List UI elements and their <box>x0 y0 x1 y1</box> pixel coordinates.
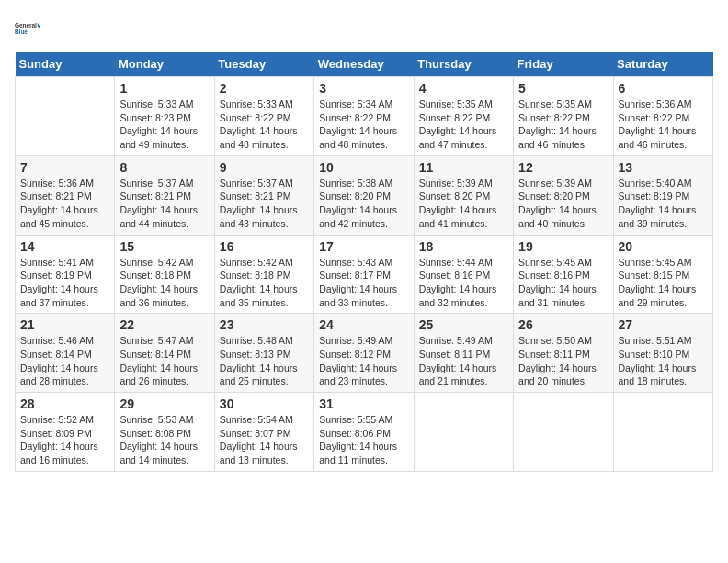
cell-info: Sunrise: 5:37 AM Sunset: 8:21 PM Dayligh… <box>220 177 309 231</box>
calendar-cell: 18Sunrise: 5:44 AM Sunset: 8:16 PM Dayli… <box>414 235 513 314</box>
cell-info: Sunrise: 5:40 AM Sunset: 8:19 PM Dayligh… <box>619 177 708 231</box>
day-number: 7 <box>20 160 109 175</box>
cell-info: Sunrise: 5:50 AM Sunset: 8:11 PM Dayligh… <box>518 334 608 388</box>
cell-info: Sunrise: 5:53 AM Sunset: 8:08 PM Dayligh… <box>119 413 209 467</box>
cell-info: Sunrise: 5:38 AM Sunset: 8:20 PM Dayligh… <box>319 177 408 231</box>
cell-info: Sunrise: 5:39 AM Sunset: 8:20 PM Dayligh… <box>518 177 608 231</box>
calendar-cell: 21Sunrise: 5:46 AM Sunset: 8:14 PM Dayli… <box>16 314 115 393</box>
day-number: 10 <box>319 160 408 175</box>
calendar-cell <box>414 393 513 472</box>
day-number: 4 <box>419 81 508 96</box>
day-number: 13 <box>619 160 708 175</box>
cell-info: Sunrise: 5:41 AM Sunset: 8:19 PM Dayligh… <box>20 256 109 310</box>
calendar-cell: 19Sunrise: 5:45 AM Sunset: 8:16 PM Dayli… <box>514 235 613 314</box>
cell-info: Sunrise: 5:52 AM Sunset: 8:09 PM Dayligh… <box>20 413 109 467</box>
day-number: 27 <box>619 317 708 332</box>
weekday-header: Monday <box>115 52 214 77</box>
calendar-cell <box>613 393 712 472</box>
weekday-header: Wednesday <box>314 52 414 77</box>
day-number: 30 <box>220 396 309 411</box>
svg-text:General: General <box>15 22 37 29</box>
cell-info: Sunrise: 5:34 AM Sunset: 8:22 PM Dayligh… <box>319 98 408 152</box>
calendar-cell: 24Sunrise: 5:49 AM Sunset: 8:12 PM Dayli… <box>314 314 414 393</box>
cell-info: Sunrise: 5:35 AM Sunset: 8:22 PM Dayligh… <box>518 98 608 152</box>
day-number: 28 <box>20 396 109 411</box>
calendar-cell: 10Sunrise: 5:38 AM Sunset: 8:20 PM Dayli… <box>314 155 414 235</box>
calendar-cell: 6Sunrise: 5:36 AM Sunset: 8:22 PM Daylig… <box>613 77 712 156</box>
calendar-cell: 20Sunrise: 5:45 AM Sunset: 8:15 PM Dayli… <box>613 235 712 314</box>
cell-info: Sunrise: 5:33 AM Sunset: 8:22 PM Dayligh… <box>220 98 309 152</box>
cell-info: Sunrise: 5:55 AM Sunset: 8:06 PM Dayligh… <box>319 413 408 467</box>
day-number: 2 <box>220 81 309 96</box>
cell-info: Sunrise: 5:36 AM Sunset: 8:22 PM Dayligh… <box>619 98 708 152</box>
day-number: 16 <box>220 239 309 254</box>
cell-info: Sunrise: 5:49 AM Sunset: 8:11 PM Dayligh… <box>419 334 508 388</box>
calendar-cell: 27Sunrise: 5:51 AM Sunset: 8:10 PM Dayli… <box>613 314 712 393</box>
weekday-header: Saturday <box>613 52 712 77</box>
cell-info: Sunrise: 5:43 AM Sunset: 8:17 PM Dayligh… <box>319 256 408 310</box>
weekday-header: Sunday <box>16 52 115 77</box>
calendar-cell: 26Sunrise: 5:50 AM Sunset: 8:11 PM Dayli… <box>514 314 613 393</box>
calendar-cell <box>514 393 613 472</box>
svg-marker-2 <box>38 23 41 29</box>
day-number: 24 <box>319 317 408 332</box>
day-number: 1 <box>119 81 209 96</box>
cell-info: Sunrise: 5:48 AM Sunset: 8:13 PM Dayligh… <box>220 334 309 388</box>
day-number: 19 <box>518 239 608 254</box>
day-number: 6 <box>619 81 708 96</box>
logo: GeneralBlue <box>15 15 44 44</box>
cell-info: Sunrise: 5:54 AM Sunset: 8:07 PM Dayligh… <box>220 413 309 467</box>
calendar-cell: 25Sunrise: 5:49 AM Sunset: 8:11 PM Dayli… <box>414 314 513 393</box>
day-number: 12 <box>518 160 608 175</box>
day-number: 9 <box>220 160 309 175</box>
cell-info: Sunrise: 5:45 AM Sunset: 8:15 PM Dayligh… <box>619 256 708 310</box>
day-number: 8 <box>119 160 209 175</box>
calendar-cell: 28Sunrise: 5:52 AM Sunset: 8:09 PM Dayli… <box>16 393 115 472</box>
calendar-cell: 4Sunrise: 5:35 AM Sunset: 8:22 PM Daylig… <box>414 77 513 156</box>
weekday-header: Friday <box>514 52 613 77</box>
cell-info: Sunrise: 5:44 AM Sunset: 8:16 PM Dayligh… <box>419 256 508 310</box>
calendar-week-row: 28Sunrise: 5:52 AM Sunset: 8:09 PM Dayli… <box>16 393 713 472</box>
day-number: 23 <box>220 317 309 332</box>
calendar-body: 1Sunrise: 5:33 AM Sunset: 8:23 PM Daylig… <box>16 77 713 472</box>
cell-info: Sunrise: 5:35 AM Sunset: 8:22 PM Dayligh… <box>419 98 508 152</box>
cell-info: Sunrise: 5:46 AM Sunset: 8:14 PM Dayligh… <box>20 334 109 388</box>
day-number: 3 <box>319 81 408 96</box>
day-number: 29 <box>119 396 209 411</box>
cell-info: Sunrise: 5:49 AM Sunset: 8:12 PM Dayligh… <box>319 334 408 388</box>
logo-icon: GeneralBlue <box>15 15 44 44</box>
day-number: 21 <box>20 317 109 332</box>
calendar-cell: 30Sunrise: 5:54 AM Sunset: 8:07 PM Dayli… <box>214 393 313 472</box>
calendar-cell: 17Sunrise: 5:43 AM Sunset: 8:17 PM Dayli… <box>314 235 414 314</box>
cell-info: Sunrise: 5:47 AM Sunset: 8:14 PM Dayligh… <box>119 334 209 388</box>
calendar-cell: 11Sunrise: 5:39 AM Sunset: 8:20 PM Dayli… <box>414 155 513 235</box>
day-number: 18 <box>419 239 508 254</box>
day-number: 17 <box>319 239 408 254</box>
calendar-cell: 29Sunrise: 5:53 AM Sunset: 8:08 PM Dayli… <box>115 393 214 472</box>
weekday-header: Tuesday <box>214 52 313 77</box>
calendar-cell: 14Sunrise: 5:41 AM Sunset: 8:19 PM Dayli… <box>16 235 115 314</box>
cell-info: Sunrise: 5:33 AM Sunset: 8:23 PM Dayligh… <box>119 98 209 152</box>
cell-info: Sunrise: 5:42 AM Sunset: 8:18 PM Dayligh… <box>220 256 309 310</box>
calendar-cell: 9Sunrise: 5:37 AM Sunset: 8:21 PM Daylig… <box>214 155 313 235</box>
calendar-cell: 12Sunrise: 5:39 AM Sunset: 8:20 PM Dayli… <box>514 155 613 235</box>
day-number: 15 <box>119 239 209 254</box>
cell-info: Sunrise: 5:51 AM Sunset: 8:10 PM Dayligh… <box>619 334 708 388</box>
day-number: 11 <box>419 160 508 175</box>
calendar-cell: 3Sunrise: 5:34 AM Sunset: 8:22 PM Daylig… <box>314 77 414 156</box>
calendar-cell: 15Sunrise: 5:42 AM Sunset: 8:18 PM Dayli… <box>115 235 214 314</box>
cell-info: Sunrise: 5:42 AM Sunset: 8:18 PM Dayligh… <box>119 256 209 310</box>
cell-info: Sunrise: 5:36 AM Sunset: 8:21 PM Dayligh… <box>20 177 109 231</box>
calendar-week-row: 21Sunrise: 5:46 AM Sunset: 8:14 PM Dayli… <box>16 314 713 393</box>
calendar-cell: 22Sunrise: 5:47 AM Sunset: 8:14 PM Dayli… <box>115 314 214 393</box>
calendar-week-row: 14Sunrise: 5:41 AM Sunset: 8:19 PM Dayli… <box>16 235 713 314</box>
calendar-cell: 7Sunrise: 5:36 AM Sunset: 8:21 PM Daylig… <box>16 155 115 235</box>
calendar-cell: 31Sunrise: 5:55 AM Sunset: 8:06 PM Dayli… <box>314 393 414 472</box>
day-number: 22 <box>119 317 209 332</box>
cell-info: Sunrise: 5:37 AM Sunset: 8:21 PM Dayligh… <box>119 177 209 231</box>
day-number: 5 <box>518 81 608 96</box>
calendar-cell: 23Sunrise: 5:48 AM Sunset: 8:13 PM Dayli… <box>214 314 313 393</box>
day-number: 25 <box>419 317 508 332</box>
calendar-week-row: 7Sunrise: 5:36 AM Sunset: 8:21 PM Daylig… <box>16 155 713 235</box>
calendar-cell: 16Sunrise: 5:42 AM Sunset: 8:18 PM Dayli… <box>214 235 313 314</box>
